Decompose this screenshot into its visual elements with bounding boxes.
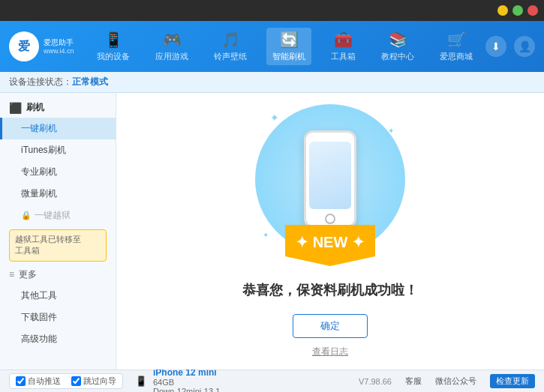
content-area: ✦ ✦ ✦ ✦ NEW ✦ 恭喜您，保资料刷机成功啦！ 确定 查看日志 <box>116 93 544 370</box>
bottom-right: V7.98.66 客服 微信公众号 检查更新 <box>359 374 535 388</box>
minimize-button[interactable] <box>497 5 508 16</box>
maximize-button[interactable] <box>512 5 523 16</box>
more-section-icon: ≡ <box>9 269 14 280</box>
sidebar-item-one-key-flash[interactable]: 一键刷机 <box>0 118 116 139</box>
device-firmware: Down-12mini-13,1 <box>153 387 220 393</box>
sparkle-icon-1: ✦ <box>270 112 279 124</box>
device-info-section: 📱 iPhone 12 mini 64GB Down-12mini-13,1 <box>135 367 220 393</box>
device-info: iPhone 12 mini 64GB Down-12mini-13,1 <box>153 367 220 393</box>
nav-ringtone[interactable]: 🎵 铃声壁纸 <box>208 28 253 65</box>
download-button[interactable]: ⬇ <box>485 36 506 57</box>
device-storage: 64GB <box>153 378 220 387</box>
title-bar <box>0 0 544 21</box>
logo-text: 爱思助手 www.i4.cn <box>44 37 74 56</box>
checkbox-group: 自动推送 跳过向导 <box>9 373 123 389</box>
store-icon: 🛒 <box>447 31 466 49</box>
ribbon-svg: ✦ NEW ✦ <box>285 225 375 266</box>
phone-shape <box>304 130 356 228</box>
ringtone-icon: 🎵 <box>221 31 240 49</box>
phone-home-button <box>325 214 335 224</box>
nav-tutorial[interactable]: 📚 教程中心 <box>375 28 420 65</box>
phone-illustration: ✦ ✦ ✦ ✦ NEW ✦ <box>255 104 405 269</box>
close-button[interactable] <box>527 5 538 16</box>
nav-items: 📱 我的设备 🎮 应用游戏 🎵 铃声壁纸 🔄 智能刷机 🧰 工具箱 📚 教程中心… <box>84 28 485 65</box>
connection-status: 正常模式 <box>72 76 108 88</box>
my-device-icon: 📱 <box>104 31 123 49</box>
device-phone-icon: 📱 <box>135 376 147 387</box>
nav-apps-games[interactable]: 🎮 应用游戏 <box>149 28 194 65</box>
version-text: V7.98.66 <box>359 377 392 386</box>
nav-toolbox[interactable]: 🧰 工具箱 <box>325 28 362 65</box>
tutorial-icon: 📚 <box>389 31 407 49</box>
sparkle-icon-3: ✦ <box>263 231 269 239</box>
smart-flash-icon: 🔄 <box>280 31 299 49</box>
wechat-public-link[interactable]: 微信公众号 <box>435 376 476 387</box>
check-update-button[interactable]: 检查更新 <box>490 374 535 388</box>
toolbox-icon: 🧰 <box>334 31 353 49</box>
sparkle-icon-2: ✦ <box>388 127 394 135</box>
nav-smart-flash[interactable]: 🔄 智能刷机 <box>266 28 311 65</box>
customer-service-link[interactable]: 客服 <box>405 376 422 387</box>
success-text: 恭喜您，保资料刷机成功啦！ <box>242 281 418 299</box>
sidebar-item-other-tools[interactable]: 其他工具 <box>0 285 116 307</box>
phone-screen <box>309 142 351 209</box>
jailbreak-notice-text: 越狱工具已转移至工具箱 <box>15 235 81 255</box>
new-badge-container: ✦ NEW ✦ <box>285 225 375 269</box>
sidebar-item-pro-flash[interactable]: 专业刷机 <box>0 161 116 183</box>
more-section-header: ≡ 更多 <box>0 265 116 285</box>
top-nav: 爱 爱思助手 www.i4.cn 📱 我的设备 🎮 应用游戏 🎵 铃声壁纸 🔄 … <box>0 21 544 72</box>
goto-today-link[interactable]: 查看日志 <box>312 346 348 358</box>
sidebar-item-jailbreak: 🔒 一键越狱 <box>0 205 116 226</box>
auto-push-input[interactable] <box>16 376 26 386</box>
sidebar-item-advanced[interactable]: 高级功能 <box>0 328 116 350</box>
account-button[interactable]: 👤 <box>514 36 535 57</box>
status-bar: 设备连接状态： 正常模式 <box>0 72 544 93</box>
sidebar: ⬛ 刷机 一键刷机 iTunes刷机 专业刷机 微量刷机 🔒 一键越狱 越狱工具… <box>0 93 116 370</box>
apps-games-icon: 🎮 <box>163 31 182 49</box>
logo-icon: 爱 <box>9 31 39 61</box>
flash-section-header: ⬛ 刷机 <box>0 97 116 118</box>
nav-my-device[interactable]: 📱 我的设备 <box>91 28 136 65</box>
jailbreak-notice-box: 越狱工具已转移至工具箱 <box>9 229 107 262</box>
svg-text:✦ NEW ✦: ✦ NEW ✦ <box>296 234 365 250</box>
confirm-button[interactable]: 确定 <box>293 314 368 338</box>
sidebar-item-download-firmware[interactable]: 下载固件 <box>0 307 116 328</box>
nav-store[interactable]: 🛒 爱思商城 <box>434 28 479 65</box>
sidebar-item-itunes-flash[interactable]: iTunes刷机 <box>0 139 116 161</box>
skip-guide-input[interactable] <box>71 376 81 386</box>
nav-right: ⬇ 👤 <box>485 36 535 57</box>
skip-guide-checkbox[interactable]: 跳过向导 <box>71 376 116 387</box>
logo-area: 爱 爱思助手 www.i4.cn <box>9 31 84 61</box>
sidebar-item-micro-flash[interactable]: 微量刷机 <box>0 183 116 205</box>
main-layout: ⬛ 刷机 一键刷机 iTunes刷机 专业刷机 微量刷机 🔒 一键越狱 越狱工具… <box>0 93 544 370</box>
auto-push-checkbox[interactable]: 自动推送 <box>16 376 61 387</box>
bottom-bar: 自动推送 跳过向导 📱 iPhone 12 mini 64GB Down-12m… <box>0 370 544 392</box>
flash-section-icon: ⬛ <box>9 102 22 114</box>
